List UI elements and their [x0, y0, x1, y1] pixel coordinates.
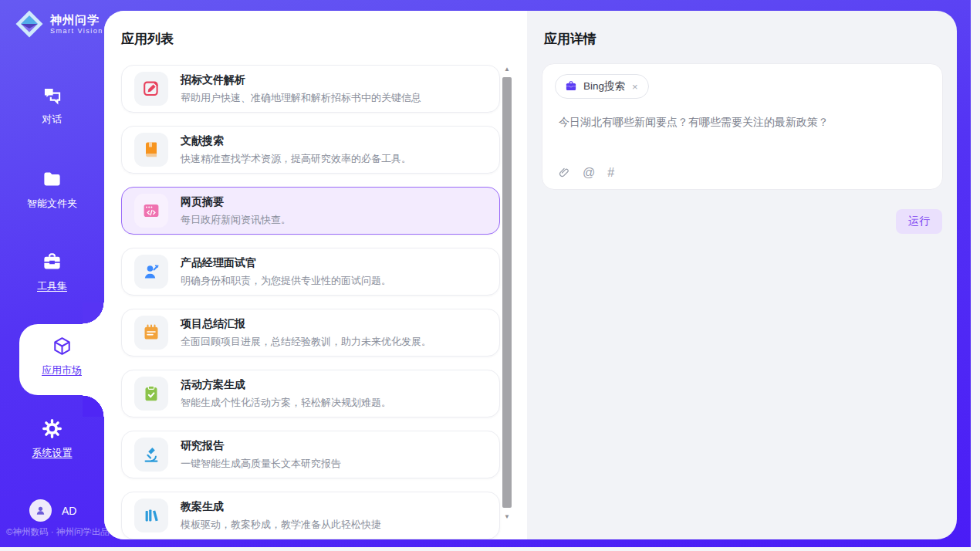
- run-button[interactable]: 运行: [896, 209, 942, 234]
- app-card[interactable]: 网页摘要 每日政府新闻资讯快查。: [121, 187, 500, 235]
- sidebar-item-label: 智能文件夹: [0, 197, 104, 211]
- app-list-panel: 应用列表 招标文件解析 帮助用户快速、准确地理解和解析招标书中的关键信息 文献搜…: [104, 11, 527, 539]
- app-detail-panel: 应用详情 Bing搜索 × 今日湖北有哪些新闻要点？有哪些需要关注的最新政策？: [527, 11, 957, 539]
- hash-tag-icon[interactable]: #: [607, 166, 614, 179]
- chip-close-icon[interactable]: ×: [631, 81, 639, 93]
- gear-icon: [42, 428, 63, 441]
- tool-chip-bing-search[interactable]: Bing搜索 ×: [555, 74, 649, 99]
- sidebar-item-label: 应用市场: [19, 363, 104, 377]
- app-card-title: 招标文件解析: [181, 73, 421, 87]
- microscope-icon: [142, 445, 161, 464]
- person-icon: [35, 505, 46, 516]
- gem-logo-icon: [14, 8, 45, 39]
- app-icon-box: [134, 316, 168, 350]
- edit-doc-icon: [142, 79, 161, 98]
- app-card-title: 项目总结汇报: [181, 317, 431, 331]
- folder-icon: [42, 179, 63, 192]
- app-icon-box: [134, 194, 168, 228]
- app-card-list: 招标文件解析 帮助用户快速、准确地理解和解析招标书中的关键信息 文献搜索 快速精…: [121, 65, 500, 539]
- app-icon-box: [134, 499, 168, 532]
- app-card-desc: 明确身份和职责，为您提供专业性的面试问题。: [181, 274, 391, 288]
- clipboard-check-icon: [142, 384, 161, 403]
- app-icon-box: [134, 377, 168, 411]
- scroll-down-button[interactable]: ▼: [502, 512, 512, 522]
- avatar[interactable]: [29, 499, 52, 522]
- app-card-desc: 帮助用户快速、准确地理解和解析招标书中的关键信息: [181, 91, 421, 105]
- input-toolbar: @ #: [558, 166, 614, 179]
- user-row[interactable]: AD: [29, 499, 76, 522]
- toolbox-icon: [42, 262, 63, 275]
- app-card[interactable]: 项目总结汇报 全面回顾项目进展，总结经验教训，助力未来优化发展。: [121, 309, 500, 357]
- copyright-text: ©神州数码 · 神州问学出品: [6, 526, 110, 538]
- app-card-title: 研究报告: [181, 439, 341, 453]
- sidebar-item-label: 对话: [0, 113, 104, 127]
- app-icon-box: [134, 72, 168, 106]
- app-icon-box: [134, 255, 168, 289]
- brand-tagline: Smart Vision: [50, 27, 103, 35]
- app-card-desc: 模板驱动，教案秒成，教学准备从此轻松快捷: [181, 518, 381, 532]
- main-window: 应用列表 招标文件解析 帮助用户快速、准确地理解和解析招标书中的关键信息 文献搜…: [104, 11, 957, 539]
- app-card[interactable]: 产品经理面试官 明确身份和职责，为您提供专业性的面试问题。: [121, 248, 500, 296]
- app-card-desc: 每日政府新闻资讯快查。: [181, 213, 291, 227]
- tool-chip-label: Bing搜索: [583, 79, 625, 93]
- app-card-desc: 一键智能生成高质量长文本研究报告: [181, 457, 341, 471]
- user-name: AD: [62, 505, 76, 517]
- calendar-icon: [142, 323, 161, 342]
- sidebar-item-label: 系统设置: [0, 446, 104, 460]
- app-card-title: 活动方案生成: [181, 378, 391, 392]
- sidebar-item[interactable]: 智能文件夹: [0, 169, 104, 211]
- interviewer-icon: [142, 262, 161, 281]
- book-icon: [142, 140, 161, 159]
- app-card[interactable]: 文献搜索 快速精准查找学术资源，提高研究效率的必备工具。: [121, 126, 500, 174]
- sidebar-item[interactable]: 系统设置: [0, 418, 104, 460]
- paperclip-icon[interactable]: [558, 166, 570, 179]
- cube-icon: [52, 346, 73, 359]
- prompt-card: Bing搜索 × 今日湖北有哪些新闻要点？有哪些需要关注的最新政策？ @ #: [542, 63, 943, 190]
- app-card[interactable]: 教案生成 模板驱动，教案秒成，教学准备从此轻松快捷: [121, 492, 500, 539]
- sidebar-item[interactable]: 对话: [0, 85, 104, 127]
- app-card-title: 教案生成: [181, 500, 381, 514]
- web-code-icon: [142, 201, 161, 220]
- app-card[interactable]: 研究报告 一键智能生成高质量长文本研究报告: [121, 431, 500, 478]
- app-icon-box: [134, 133, 168, 167]
- app-screen: 神州问学 Smart Vision 对话 智能文件夹 工具集 应用市场 系统设置: [0, 0, 980, 551]
- sidebar-item-label: 工具集: [0, 279, 104, 293]
- sidebar: 神州问学 Smart Vision 对话 智能文件夹 工具集 应用市场 系统设置: [0, 0, 104, 547]
- brand-logo: 神州问学 Smart Vision: [14, 8, 103, 39]
- chat-icon: [42, 95, 63, 108]
- scrollbar[interactable]: ▲ ▼: [502, 65, 512, 522]
- app-card-title: 文献搜索: [181, 134, 411, 148]
- app-card[interactable]: 招标文件解析 帮助用户快速、准确地理解和解析招标书中的关键信息: [121, 65, 500, 113]
- app-icon-box: [134, 438, 168, 472]
- sidebar-item[interactable]: 工具集: [0, 252, 104, 293]
- prompt-input[interactable]: 今日湖北有哪些新闻要点？有哪些需要关注的最新政策？: [559, 114, 927, 130]
- briefcase-icon: [565, 80, 577, 93]
- app-card[interactable]: 活动方案生成 智能生成个性化活动方案，轻松解决规划难题。: [121, 370, 500, 417]
- app-card-desc: 快速精准查找学术资源，提高研究效率的必备工具。: [181, 152, 411, 166]
- app-card-title: 产品经理面试官: [181, 256, 391, 270]
- app-card-desc: 全面回顾项目进展，总结经验教训，助力未来优化发展。: [181, 335, 431, 349]
- scrollbar-thumb[interactable]: [502, 77, 512, 508]
- app-list-title: 应用列表: [121, 30, 174, 48]
- brand-name: 神州问学: [50, 13, 103, 26]
- at-mention-icon[interactable]: @: [583, 166, 595, 179]
- sidebar-item[interactable]: 应用市场: [19, 324, 104, 395]
- scroll-up-button[interactable]: ▲: [502, 65, 512, 74]
- app-detail-title: 应用详情: [544, 30, 596, 48]
- app-card-title: 网页摘要: [181, 195, 291, 209]
- app-card-desc: 智能生成个性化活动方案，轻松解决规划难题。: [181, 396, 391, 410]
- books-icon: [142, 506, 161, 525]
